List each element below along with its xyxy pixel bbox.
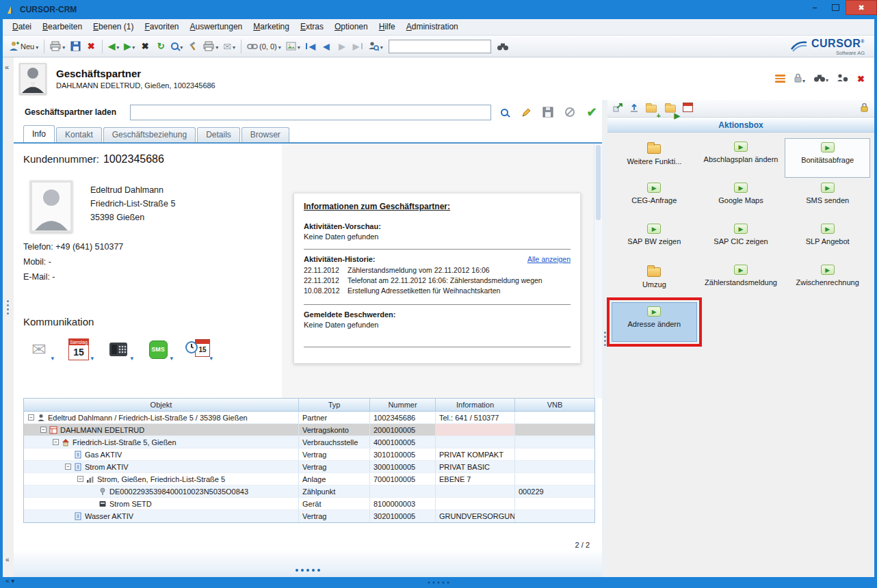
vertical-scrollbar[interactable] (594, 144, 602, 398)
action-bonitaetsabfrage[interactable]: Bonitätsabfrage (785, 138, 870, 178)
chevron-down-icon[interactable] (116, 42, 119, 51)
chevron-down-icon[interactable] (209, 351, 213, 363)
tree-expander-icon[interactable] (53, 439, 59, 445)
save-button[interactable] (68, 38, 83, 55)
alle-anzeigen-link[interactable]: Alle anzeigen (527, 255, 571, 263)
maximize-button[interactable] (825, 0, 846, 15)
statusbar-splitter-handle[interactable] (428, 582, 449, 584)
chevron-down-icon[interactable] (298, 42, 300, 51)
column-typ[interactable]: Typ (299, 399, 370, 411)
email-action-button[interactable]: ✉ (23, 336, 55, 363)
collapse-left-icon[interactable]: « (5, 63, 9, 71)
chevron-down-icon[interactable] (132, 42, 135, 51)
scrollbar-thumb[interactable] (596, 145, 601, 220)
tab-details[interactable]: Details (197, 127, 240, 142)
column-information[interactable]: Information (436, 399, 515, 411)
tab-geschaeftsbeziehung[interactable]: Geschäftsbeziehung (103, 127, 196, 142)
vertical-splitter[interactable] (602, 100, 607, 577)
chevron-down-icon[interactable] (180, 42, 183, 51)
cut-button[interactable]: ✖ (138, 38, 153, 55)
chevron-down-icon[interactable] (90, 351, 94, 363)
table-row[interactable]: Friedrich-List-Straße 5, Gießen Verbrauc… (24, 436, 594, 449)
action-slp-angebot[interactable]: SLP Angebot (785, 220, 870, 260)
action-sms-senden[interactable]: SMS senden (785, 179, 870, 219)
menu-item-hilfe[interactable]: Hilfe (374, 19, 401, 35)
open-external-button[interactable] (613, 103, 624, 115)
toolbar-search-input[interactable] (389, 40, 491, 53)
menu-item-favoriten[interactable]: Favoriten (139, 19, 184, 35)
table-row[interactable]: Edeltrud Dahlmann / Friedrich-List-Straß… (24, 412, 594, 424)
table-row-selected[interactable]: DAHLMANN EDELTRUD Vertragskonto 20001000… (24, 424, 594, 436)
load-input[interactable] (130, 105, 491, 120)
chevron-down-icon[interactable] (380, 42, 383, 51)
action-sap-cic-zeigen[interactable]: SAP CIC zeigen (698, 220, 784, 260)
action-adresse-aendern[interactable]: Adresse ändern (612, 302, 697, 342)
nav-prev-button[interactable]: ◀ (319, 38, 334, 55)
lock-button[interactable] (794, 72, 805, 85)
add-folder-button[interactable]: + (644, 101, 658, 116)
save-mask-button[interactable] (539, 103, 557, 121)
menu-item-datei[interactable]: Datei (7, 19, 37, 35)
menu-item-bearbeiten[interactable]: Bearbeiten (37, 19, 88, 35)
appointment-action-button[interactable]: Samstag 15 (63, 336, 94, 363)
action-sap-bw-zeigen[interactable]: SAP BW zeigen (612, 220, 697, 260)
tree-expander-icon[interactable] (77, 476, 83, 482)
sms-action-button[interactable]: SMS (142, 336, 174, 363)
chevron-down-icon[interactable] (278, 42, 281, 51)
collapse-bottom-icon[interactable]: « (5, 556, 10, 563)
back-button[interactable]: ◀ (106, 38, 121, 55)
menu-item-auswertungen[interactable]: Auswertungen (185, 19, 248, 35)
edit-button[interactable] (517, 103, 535, 121)
mail-button[interactable]: ✉ (221, 38, 237, 55)
chevron-down-icon[interactable] (170, 351, 173, 363)
action-abschlagsplan-aendern[interactable]: Abschlagsplan ändern (698, 138, 784, 178)
tab-info[interactable]: Info (23, 125, 55, 142)
chevron-down-icon[interactable] (62, 42, 65, 51)
table-row[interactable]: DE00022935398400010023N5035O0843 Zählpun… (24, 485, 594, 498)
print-button[interactable] (201, 38, 220, 55)
left-splitter-handle[interactable] (7, 300, 9, 315)
cancel-button[interactable] (561, 103, 579, 121)
confirm-button[interactable]: ✔ (583, 103, 601, 121)
menu-item-ebenen[interactable]: Ebenen (1) (88, 19, 139, 35)
menu-item-administration[interactable]: Administration (401, 19, 464, 35)
table-row[interactable]: Strom SETD Gerät 8100000003 (24, 498, 594, 510)
tab-kontakt[interactable]: Kontakt (56, 127, 102, 142)
phone-action-button[interactable] (103, 336, 134, 363)
nav-next-button[interactable]: ▶ (335, 38, 350, 55)
action-ceg-anfrage[interactable]: CEG-Anfrage (612, 179, 697, 219)
search-record-button[interactable] (813, 72, 828, 85)
menu-item-optionen[interactable]: Optionen (329, 19, 374, 35)
calendar-button[interactable] (683, 103, 693, 115)
nav-last-button[interactable]: ▶ (350, 38, 365, 55)
tools-button[interactable] (185, 38, 200, 55)
action-umzug[interactable]: Umzug (612, 261, 697, 301)
close-record-button[interactable]: ✖ (857, 74, 865, 84)
export-image-button[interactable] (284, 38, 302, 55)
binoculars-button[interactable] (495, 38, 511, 55)
menu-item-marketing[interactable]: Marketing (248, 19, 295, 35)
menu-item-extras[interactable]: Extras (295, 19, 329, 35)
delete-button[interactable]: ✖ (83, 38, 99, 55)
search-layers-button[interactable] (169, 38, 185, 55)
close-button[interactable] (846, 0, 877, 15)
load-search-button[interactable] (495, 103, 513, 121)
column-nummer[interactable]: Nummer (370, 399, 436, 411)
action-weitere-funktionen[interactable]: Weitere Funkti... (612, 138, 697, 178)
task-action-button[interactable]: 15 (182, 336, 213, 363)
table-row[interactable]: Strom AKTIV Vertrag 3000100005 PRIVAT BA… (24, 461, 594, 473)
action-google-maps[interactable]: Google Maps (698, 179, 784, 219)
column-vnb[interactable]: VNB (515, 399, 594, 411)
column-objekt[interactable]: Objekt (24, 399, 299, 411)
refresh-button[interactable]: ↻ (153, 38, 168, 55)
tree-expander-icon[interactable] (28, 414, 34, 420)
import-button[interactable] (629, 103, 639, 115)
splitter-handle[interactable] (604, 332, 606, 346)
new-button[interactable]: Neu (7, 38, 40, 55)
table-row[interactable]: Gas AKTIV Vertrag 3010100005 PRIVAT KOMP… (24, 449, 594, 461)
left-collapse-strip[interactable]: « « (3, 57, 14, 577)
chevron-down-icon[interactable] (130, 351, 133, 363)
folder-action-button[interactable]: ▶ (664, 101, 677, 116)
person-search-button[interactable] (837, 72, 849, 85)
chevron-down-icon[interactable] (826, 72, 828, 84)
